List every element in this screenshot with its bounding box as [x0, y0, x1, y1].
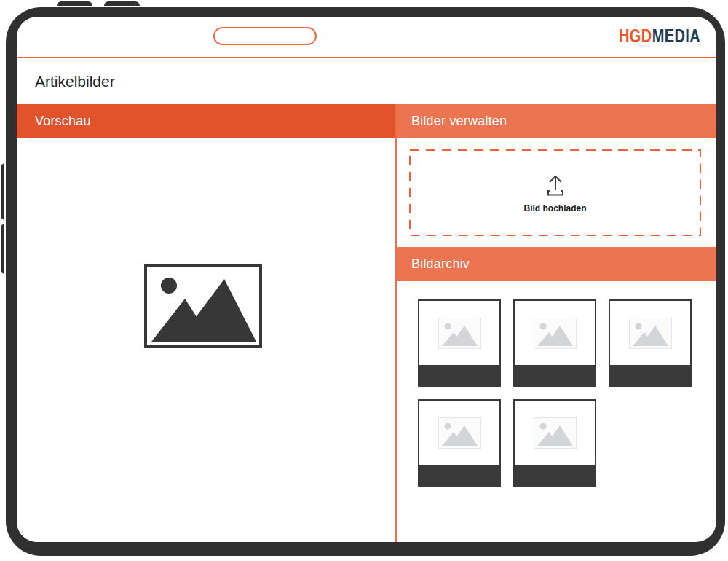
thumbnail-placeholder-icon — [438, 417, 481, 449]
archive-thumbnail-image — [419, 301, 499, 365]
archive-thumbnail-footer — [515, 365, 595, 385]
preview-panel-body — [17, 138, 395, 542]
preview-panel-title: Vorschau — [35, 114, 91, 128]
archive-panel-header: Bildarchiv — [397, 247, 716, 281]
archive-thumbnail-footer — [419, 465, 499, 485]
preview-panel: Vorschau — [17, 104, 395, 542]
top-bar: HGDMEDIA — [17, 17, 716, 57]
thumbnail-placeholder-icon — [438, 318, 481, 349]
archive-thumbnail-footer — [610, 365, 690, 385]
brand-logo: HGDMEDIA — [619, 26, 700, 47]
brand-logo-primary: HGD — [619, 26, 652, 46]
manage-panel-title: Bilder verwalten — [411, 114, 507, 128]
archive-thumbnail[interactable] — [513, 299, 596, 387]
dashed-border — [409, 149, 701, 236]
archive-grid — [418, 299, 692, 487]
archive-thumbnail[interactable] — [418, 299, 501, 387]
preview-panel-header: Vorschau — [17, 104, 395, 138]
thumbnail-placeholder-icon — [629, 318, 672, 349]
archive-thumbnail-image — [610, 301, 690, 365]
archive-thumbnail-image — [419, 401, 499, 465]
manage-panel: Bilder verwalten — [397, 104, 716, 542]
upload-dropzone[interactable]: Bild hochladen — [409, 149, 701, 236]
archive-thumbnail[interactable] — [513, 399, 596, 487]
tablet-mockup: HGDMEDIA Artikelbilder Vorschau — [0, 0, 728, 561]
app-screen: HGDMEDIA Artikelbilder Vorschau — [17, 17, 716, 542]
archive-thumbnail-footer — [515, 465, 595, 485]
archive-thumbnail[interactable] — [418, 399, 501, 487]
manage-panel-header: Bilder verwalten — [397, 104, 716, 138]
archive-thumbnail-footer — [419, 365, 499, 385]
archive-thumbnail-image — [515, 401, 595, 465]
brand-logo-secondary: MEDIA — [652, 26, 700, 46]
page-title: Artikelbilder — [17, 58, 716, 104]
preview-image-placeholder — [144, 264, 262, 348]
camera-pill-outline — [213, 27, 317, 45]
content-area: Vorschau — [17, 104, 716, 542]
tablet-frame: HGDMEDIA Artikelbilder Vorschau — [6, 7, 725, 556]
archive-thumbnail[interactable] — [609, 299, 692, 387]
thumbnail-placeholder-icon — [534, 318, 577, 349]
archive-thumbnail-image — [515, 301, 595, 365]
image-placeholder-icon — [147, 267, 259, 345]
thumbnail-placeholder-icon — [534, 417, 577, 449]
archive-panel-title: Bildarchiv — [411, 256, 470, 271]
title-bar: Artikelbilder — [17, 58, 716, 104]
